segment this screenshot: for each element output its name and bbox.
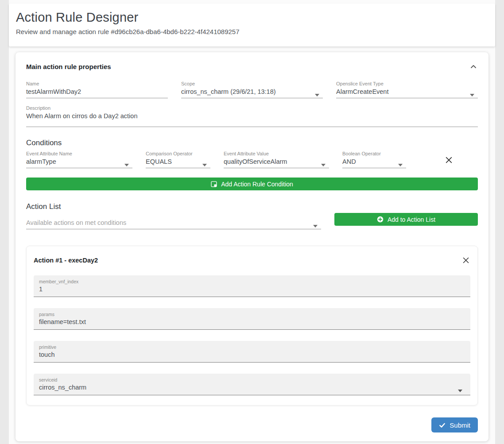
- page-content: Action Rule Designer Review and manage a…: [9, 0, 495, 444]
- event-attribute-name-select[interactable]: Event Attribute Name alarmType: [26, 151, 132, 168]
- remove-condition-button[interactable]: [444, 155, 454, 165]
- scope-value: cirros_ns_charm (29/6/21, 13:18): [181, 88, 276, 95]
- boolean-operator-select[interactable]: Boolean Operator AND: [342, 151, 406, 168]
- caret-down-icon: [458, 386, 462, 389]
- scope-select[interactable]: Scope cirros_ns_charm (29/6/21, 13:18): [181, 81, 323, 98]
- note-icon: [211, 181, 217, 187]
- caret-down-icon: [470, 90, 474, 93]
- page-header-card: Action Rule Designer Review and manage a…: [9, 4, 495, 46]
- properties-heading: Main action rule properties: [26, 63, 111, 70]
- available-actions-placeholder: Available actions on met conditions: [26, 219, 126, 226]
- params-label: params: [39, 312, 465, 317]
- page-subtitle: Review and manage action rule #d96cb26a-…: [16, 28, 488, 35]
- member-vnf-index-value: 1: [39, 286, 43, 293]
- description-field[interactable]: Description When Alarm on cirros do a Da…: [26, 105, 478, 127]
- check-icon: [439, 422, 446, 429]
- description-label: Description: [26, 105, 478, 111]
- plus-circle-icon: [377, 216, 384, 223]
- event-attribute-name-value: alarmType: [26, 158, 56, 165]
- action-select-row: Available actions on met conditions Add …: [26, 213, 478, 229]
- properties-row: Name testAlarmWithDay2 Scope cirros_ns_c…: [26, 81, 478, 98]
- caret-down-icon: [398, 160, 403, 163]
- event-type-value: AlarmCreateEvent: [336, 88, 388, 95]
- caret-down-icon: [313, 221, 318, 224]
- comparison-operator-value: EQUALS: [146, 158, 172, 165]
- action-fields: member_vnf_index 1 params filename=test.…: [34, 275, 470, 395]
- comparison-operator-select[interactable]: Comparison Operator EQUALS: [146, 151, 210, 168]
- caret-down-icon: [202, 160, 207, 163]
- chevron-up-icon: [470, 64, 477, 70]
- action-item-card: Action #1 - execDay2 member_vnf_index 1 …: [26, 246, 478, 405]
- add-condition-label: Add Action Rule Condition: [221, 181, 293, 188]
- x-icon: [462, 259, 469, 265]
- properties-section-head: Main action rule properties: [26, 63, 478, 71]
- caret-down-icon: [124, 160, 129, 163]
- comparison-operator-label: Comparison Operator: [146, 151, 210, 156]
- serviceid-select[interactable]: serviceid cirros_ns_charm: [34, 374, 470, 395]
- event-attribute-value-select[interactable]: Event Attribute Value qualityOfServiceAl…: [224, 151, 329, 168]
- add-to-action-list-button[interactable]: Add to Action List: [334, 213, 478, 226]
- event-attribute-value-value: qualityOfServiceAlarm: [224, 158, 287, 165]
- name-value: testAlarmWithDay2: [26, 88, 81, 95]
- submit-button[interactable]: Submit: [431, 417, 478, 432]
- name-label: Name: [26, 81, 168, 86]
- caret-down-icon: [321, 160, 326, 163]
- submit-label: Submit: [450, 421, 470, 429]
- event-type-select[interactable]: Openslice Event Type AlarmCreateEvent: [336, 81, 478, 98]
- boolean-operator-value: AND: [342, 158, 356, 165]
- conditions-heading: Conditions: [26, 139, 478, 147]
- description-value: When Alarm on cirros do a Day2 action: [26, 112, 137, 120]
- collapse-panel-button[interactable]: [469, 63, 478, 71]
- scope-label: Scope: [181, 81, 323, 86]
- page-title: Action Rule Designer: [16, 10, 488, 25]
- remove-action-button[interactable]: [461, 256, 470, 265]
- available-actions-select[interactable]: Available actions on met conditions: [26, 217, 321, 229]
- primitive-field[interactable]: primitive touch: [34, 341, 470, 363]
- boolean-operator-label: Boolean Operator: [342, 151, 406, 156]
- main-rule-card: Main action rule properties Name testAla…: [16, 52, 488, 441]
- add-condition-button[interactable]: Add Action Rule Condition: [26, 178, 478, 190]
- params-field[interactable]: params filename=test.txt: [34, 308, 470, 330]
- action-card-title: Action #1 - execDay2: [34, 257, 98, 264]
- member-vnf-index-field[interactable]: member_vnf_index 1: [34, 275, 470, 297]
- event-type-label: Openslice Event Type: [336, 81, 478, 86]
- serviceid-value: cirros_ns_charm: [39, 384, 86, 391]
- action-card-head: Action #1 - execDay2: [34, 256, 470, 265]
- add-to-action-list-label: Add to Action List: [388, 216, 435, 223]
- action-list-heading: Action List: [26, 202, 478, 211]
- primitive-label: primitive: [39, 344, 465, 350]
- serviceid-label: serviceid: [39, 377, 465, 382]
- event-attribute-value-label: Event Attribute Value: [224, 151, 329, 156]
- member-vnf-index-label: member_vnf_index: [39, 279, 465, 284]
- x-icon: [445, 158, 453, 165]
- event-attribute-name-label: Event Attribute Name: [26, 151, 132, 156]
- caret-down-icon: [315, 90, 319, 93]
- primitive-value: touch: [39, 351, 54, 358]
- name-field[interactable]: Name testAlarmWithDay2: [26, 81, 168, 98]
- submit-row: Submit: [26, 417, 478, 432]
- params-value: filename=test.txt: [39, 318, 86, 325]
- condition-row: Event Attribute Name alarmType Compariso…: [26, 151, 478, 168]
